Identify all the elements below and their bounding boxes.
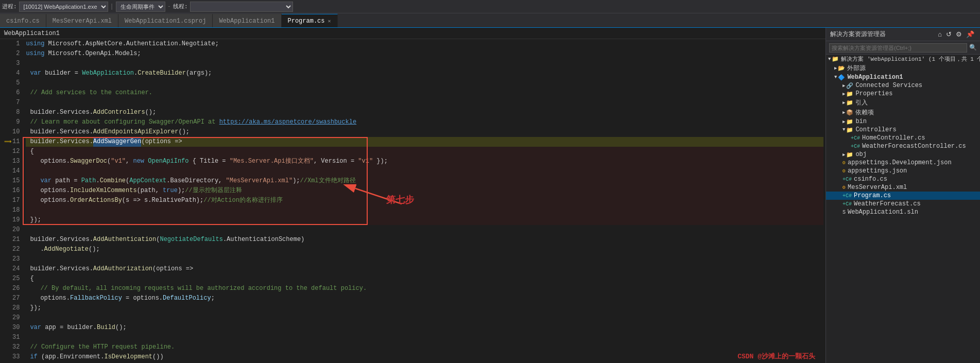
se-item-imports[interactable]: ▶ 📁 引入 xyxy=(826,98,980,108)
lifecycle-dropdown[interactable]: 生命周期事件 xyxy=(116,2,165,12)
code-line-17: options.OrderActionsBy(s => s.RelativePa… xyxy=(26,196,823,205)
tab-webapp[interactable]: WebApplication1 xyxy=(213,14,281,27)
code-line-11: builder.Services.AddSwaggerGen(options =… xyxy=(26,137,823,147)
code-line-13: options.SwaggerDoc("v1", new OpenApiInfo… xyxy=(26,157,823,166)
se-home-btn[interactable]: ⌂ xyxy=(936,30,943,39)
tab-program[interactable]: Program.cs ✕ xyxy=(282,14,338,27)
se-content: ▼ 📁 解决方案 'WebApplication1' (1 个项目，共 1 个)… xyxy=(826,55,980,363)
code-container[interactable]: 12345 678910 ⟹11 12131415 1617181920 212… xyxy=(0,39,826,363)
tab-csproj[interactable]: WebApplication1.csproj xyxy=(118,14,213,27)
code-line-6: // Add services to the container. xyxy=(26,88,823,98)
line-numbers: 12345 678910 ⟹11 12131415 1617181920 212… xyxy=(0,39,24,363)
se-item-bin[interactable]: ▶ 📁 bin xyxy=(826,117,980,126)
se-title: 解决方案资源管理器 xyxy=(830,30,886,39)
code-line-15: var path = Path.Combine(AppContext.BaseD… xyxy=(26,176,823,186)
code-line-26: // By default, all incoming requests wil… xyxy=(26,284,823,293)
code-line-24: builder.Services.AddAuthorization(option… xyxy=(26,264,823,274)
se-item-appsettings-dev[interactable]: ⚙ appsettings.Development.json xyxy=(826,159,980,167)
code-line-25: { xyxy=(26,274,823,284)
se-item-program[interactable]: +C# Program.cs xyxy=(826,192,980,200)
code-line-21: builder.Services.AddAuthentication(Negot… xyxy=(26,235,823,245)
watermark: CSDN @沙滩上的一颗石头 xyxy=(737,352,815,361)
code-line-23 xyxy=(26,254,823,264)
code-line-30: var app = builder.Build(); xyxy=(26,323,823,333)
breadcrumb-text: WebApplication1 xyxy=(4,30,60,37)
se-item-connected-services[interactable]: ▶ 🔗 Connected Services xyxy=(826,81,980,90)
se-search-bar: 🔍 xyxy=(826,41,980,55)
se-settings-btn[interactable]: ⚙ xyxy=(954,30,964,39)
se-item-sln[interactable]: S WebApplication1.sln xyxy=(826,208,980,216)
thread-label: 线程: xyxy=(173,3,188,10)
code-line-4: var builder = WebApplication.CreateBuild… xyxy=(26,68,823,78)
search-icon: 🔍 xyxy=(969,44,977,51)
solution-explorer: 解决方案资源管理器 ⌂ ↺ ⚙ 📌 🔍 ▼ 📁 解决方案 'WebApplica… xyxy=(826,28,980,363)
se-item-messerver[interactable]: ⚙ MesServerApi.xml xyxy=(826,183,980,192)
process-dropdown[interactable]: [10012] WebApplication1.exe xyxy=(19,2,108,12)
breadcrumb: WebApplication1 xyxy=(0,28,826,39)
tab-messerver[interactable]: MesServerApi.xml xyxy=(46,14,118,27)
code-line-1: using Microsoft.AspNetCore.Authenticatio… xyxy=(26,39,823,49)
top-toolbar: 进程: [10012] WebApplication1.exe | 生命周期事件… xyxy=(0,0,980,13)
code-line-7 xyxy=(26,98,823,108)
code-line-31 xyxy=(26,333,823,342)
code-line-12: { xyxy=(26,147,823,157)
code-line-5 xyxy=(26,78,823,88)
se-search-input[interactable] xyxy=(829,43,967,53)
code-line-10: builder.Services.AddEndpointsApiExplorer… xyxy=(26,127,823,137)
se-refresh-btn[interactable]: ↺ xyxy=(944,30,953,39)
se-item-controllers[interactable]: ▼ 📁 Controllers xyxy=(826,126,980,134)
code-line-33: if (app.Environment.IsDevelopment()) xyxy=(26,352,823,362)
solution-label: 解决方案 'WebApplication1' (1 个项目，共 1 个) xyxy=(841,55,980,63)
se-item-csinfo[interactable]: +C# csinfo.cs xyxy=(826,175,980,183)
se-item-obj[interactable]: ▶ 📁 obj xyxy=(826,150,980,159)
se-item-webapp1[interactable]: ▼ 🔷 WebApplication1 xyxy=(826,73,980,81)
code-line-18 xyxy=(26,205,823,215)
se-item-dependencies[interactable]: ▶ 📦 依赖项 xyxy=(826,108,980,117)
code-line-20 xyxy=(26,225,823,235)
code-line-19: }); xyxy=(26,215,823,225)
se-item-weatherforecast[interactable]: +C# WeatherForecast.cs xyxy=(826,200,980,208)
se-item-weathercontroller[interactable]: +C# WeatherForecastController.cs xyxy=(826,142,980,150)
se-solution-root[interactable]: ▼ 📁 解决方案 'WebApplication1' (1 个项目，共 1 个) xyxy=(826,55,980,63)
code-line-29 xyxy=(26,313,823,323)
code-line-16: options.IncludeXmlComments(path, true);/… xyxy=(26,186,823,196)
code-line-22: .AddNegotiate(); xyxy=(26,245,823,254)
tab-close-program[interactable]: ✕ xyxy=(328,18,331,24)
se-pin-btn[interactable]: 📌 xyxy=(965,30,976,39)
code-content[interactable]: using Microsoft.AspNetCore.Authenticatio… xyxy=(24,39,826,363)
code-line-32: // Configure the HTTP request pipeline. xyxy=(26,342,823,352)
solution-arrow: ▼ xyxy=(828,57,831,62)
code-line-2: using Microsoft.OpenApi.Models; xyxy=(26,49,823,59)
solution-icon: 📁 xyxy=(832,56,839,62)
se-item-homecontroller[interactable]: +C# HomeController.cs xyxy=(826,134,980,142)
se-item-properties[interactable]: ▶ 📁 Properties xyxy=(826,90,980,98)
se-header: 解决方案资源管理器 ⌂ ↺ ⚙ 📌 xyxy=(826,28,980,41)
tab-csinfo[interactable]: csinfo.cs xyxy=(0,14,46,27)
code-line-28: }); xyxy=(26,303,823,313)
code-line-9: // Learn more about configuring Swagger/… xyxy=(26,117,823,127)
se-header-buttons: ⌂ ↺ ⚙ 📌 xyxy=(936,30,976,39)
tab-bar: csinfo.cs MesServerApi.xml WebApplicatio… xyxy=(0,13,980,28)
se-item-appsettings[interactable]: ⚙ appsettings.json xyxy=(826,167,980,175)
thread-dropdown[interactable] xyxy=(190,2,293,12)
main-area: WebApplication1 12345 678910 ⟹11 1213141… xyxy=(0,28,980,363)
code-line-3 xyxy=(26,59,823,68)
code-line-14 xyxy=(26,166,823,176)
progress-label: 进程: xyxy=(2,3,17,10)
se-item-external[interactable]: ▶ 📂 外部源 xyxy=(826,63,980,73)
editor-area: WebApplication1 12345 678910 ⟹11 1213141… xyxy=(0,28,826,363)
code-line-27: options.FallbackPolicy = options.Default… xyxy=(26,293,823,303)
code-line-8: builder.Services.AddControllers(); xyxy=(26,108,823,117)
